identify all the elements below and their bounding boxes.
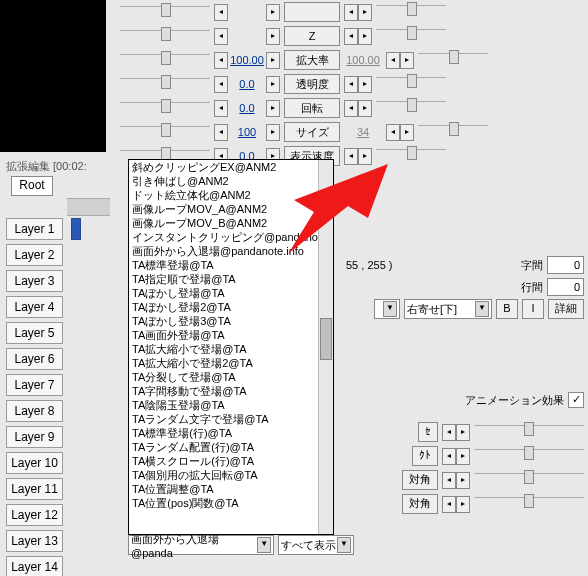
spin-right[interactable]: ▸ [358, 76, 372, 93]
anim-effect-checkbox[interactable]: ✓ [568, 392, 584, 408]
param-name-button[interactable]: Z [284, 26, 340, 46]
spin-left[interactable]: ◂ [214, 124, 228, 141]
dropdown-item[interactable]: TA字間移動で登場@TA [129, 384, 333, 398]
dropdown-item[interactable]: TA横スクロール(行)@TA [129, 454, 333, 468]
spin-right[interactable]: ▸ [358, 28, 372, 45]
spin-right[interactable]: ▸ [266, 28, 280, 45]
spin-right[interactable]: ▸ [266, 100, 280, 117]
param-spinner[interactable]: ◂0.0▸ [214, 100, 280, 117]
param-value[interactable]: 0.0 [230, 77, 264, 92]
param-slider-right[interactable] [376, 77, 446, 92]
dropdown-item[interactable]: インスタントクリッピング@pandanot [129, 230, 333, 244]
dropdown-item[interactable]: 画面外から入退場@pandanote.info [129, 244, 333, 258]
spin-left[interactable]: ◂ [386, 52, 400, 69]
param-spinner[interactable]: ◂▸ [214, 4, 280, 21]
effect-button[interactable]: 対角 [402, 470, 438, 490]
spin-left[interactable]: ◂ [344, 100, 358, 117]
unknown-combo[interactable]: ▼ [374, 299, 400, 319]
param-spinner-right[interactable]: ◂▸ [344, 28, 372, 45]
param-name-button[interactable]: サイズ [284, 122, 340, 142]
param-spinner-right[interactable]: ◂▸ [386, 124, 414, 141]
spin-right[interactable]: ▸ [400, 52, 414, 69]
spin-right[interactable]: ▸ [358, 148, 372, 165]
param-value[interactable] [230, 5, 264, 20]
spin-left[interactable]: ◂ [344, 148, 358, 165]
param-value[interactable]: 100.00 [230, 53, 264, 68]
script-dropdown-list[interactable]: 斜めクリッピングEX@ANM2引き伸ばし@ANM2ドット絵立体化@ANM2画像ル… [128, 159, 334, 535]
filter-combo[interactable]: すべて表示 ▼ [278, 535, 354, 555]
param-slider-right[interactable] [376, 5, 446, 20]
param-slider[interactable] [120, 6, 210, 21]
dropdown-item[interactable]: TAぼかし登場@TA [129, 286, 333, 300]
param-slider-right[interactable] [418, 53, 488, 68]
param-slider-right[interactable] [376, 101, 446, 116]
param-slider-right[interactable] [376, 149, 446, 164]
spin-left[interactable]: ◂ [386, 124, 400, 141]
effect-spinner[interactable]: ◂▸ [442, 448, 470, 465]
spin-left[interactable]: ◂ [214, 76, 228, 93]
spin-left[interactable]: ◂ [344, 28, 358, 45]
param-slider[interactable] [120, 78, 210, 93]
effect-button[interactable]: 対角 [402, 494, 438, 514]
spin-right[interactable]: ▸ [266, 52, 280, 69]
detail-button[interactable]: 詳細 [548, 299, 584, 319]
dropdown-item[interactable]: TAぼかし登場2@TA [129, 300, 333, 314]
timeline-clip[interactable] [71, 218, 81, 240]
char-spacing-input[interactable]: 0 [547, 256, 584, 274]
param-spinner-right[interactable]: ◂▸ [344, 148, 372, 165]
dropdown-item[interactable]: TA標準登場(行)@TA [129, 426, 333, 440]
dropdown-scrollbar[interactable] [318, 160, 333, 534]
param-name-button[interactable]: 回転 [284, 98, 340, 118]
effect-slider[interactable] [474, 473, 584, 488]
selected-script-combo[interactable]: 画面外から入退場@panda ▼ [128, 535, 274, 555]
param-spinner[interactable]: ◂▸ [214, 28, 280, 45]
dropdown-item[interactable]: 画像ループMOV_A@ANM2 [129, 202, 333, 216]
effect-spinner[interactable]: ◂▸ [442, 472, 470, 489]
dropdown-item[interactable]: TAランダム文字で登場@TA [129, 412, 333, 426]
param-spinner-right[interactable]: ◂▸ [344, 100, 372, 117]
param-slider[interactable] [120, 30, 210, 45]
dropdown-item[interactable]: TAぼかし登場3@TA [129, 314, 333, 328]
dropdown-item[interactable]: TA位置(pos)関数@TA [129, 496, 333, 510]
dropdown-item[interactable]: TAランダム配置(行)@TA [129, 440, 333, 454]
align-combo[interactable]: 右寄せ[下]▼ [404, 299, 492, 319]
spin-right[interactable]: ▸ [266, 4, 280, 21]
spin-left[interactable]: ◂ [214, 28, 228, 45]
param-slider-right[interactable] [376, 29, 446, 44]
dropdown-item[interactable]: TA拡大縮小で登場@TA [129, 342, 333, 356]
dropdown-item[interactable]: 斜めクリッピングEX@ANM2 [129, 160, 333, 174]
param-value[interactable] [230, 29, 264, 44]
spin-right[interactable]: ▸ [400, 124, 414, 141]
param-value[interactable]: 100 [230, 125, 264, 140]
dropdown-item[interactable]: TA拡大縮小で登場2@TA [129, 356, 333, 370]
param-name-button[interactable]: 透明度 [284, 74, 340, 94]
dropdown-item[interactable]: TA指定順で登場@TA [129, 272, 333, 286]
param-slider[interactable] [120, 54, 210, 69]
effect-spinner[interactable]: ◂▸ [442, 496, 470, 513]
param-slider[interactable] [120, 102, 210, 117]
dropdown-item[interactable]: TA個別用の拡大回転@TA [129, 468, 333, 482]
root-button[interactable]: Root [11, 176, 53, 196]
param-slider-right[interactable] [418, 125, 488, 140]
effect-slider[interactable] [474, 425, 584, 440]
spin-left[interactable]: ◂ [344, 4, 358, 21]
param-name-button[interactable] [284, 2, 340, 22]
spin-left[interactable]: ◂ [344, 76, 358, 93]
effect-slider[interactable] [474, 497, 584, 512]
param-value[interactable]: 0.0 [230, 101, 264, 116]
bold-button[interactable]: B [496, 299, 518, 319]
spin-right[interactable]: ▸ [266, 124, 280, 141]
scrollbar-thumb[interactable] [320, 318, 332, 360]
line-spacing-input[interactable]: 0 [547, 278, 584, 296]
dropdown-item[interactable]: TA陰陽玉登場@TA [129, 398, 333, 412]
param-spinner[interactable]: ◂100▸ [214, 124, 280, 141]
dropdown-item[interactable]: 引き伸ばし@ANM2 [129, 174, 333, 188]
spin-left[interactable]: ◂ [214, 100, 228, 117]
effect-spinner[interactable]: ◂▸ [442, 424, 470, 441]
effect-button[interactable]: ｸﾄ [412, 446, 438, 466]
param-name-button[interactable]: 拡大率 [284, 50, 340, 70]
effect-slider[interactable] [474, 449, 584, 464]
spin-left[interactable]: ◂ [214, 4, 228, 21]
spin-right[interactable]: ▸ [358, 100, 372, 117]
param-spinner-right[interactable]: ◂▸ [344, 4, 372, 21]
